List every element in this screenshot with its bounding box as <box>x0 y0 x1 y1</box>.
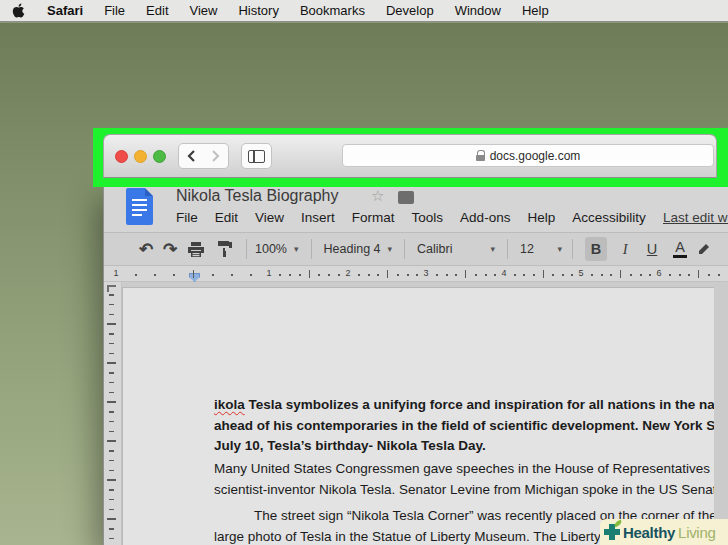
vruler-tick <box>107 518 116 520</box>
ruler-tick-minor <box>523 274 525 276</box>
ruler-tick-minor <box>231 274 233 276</box>
formatting-toolbar: ↶ ↷ 100%▾ Heading 4▾ Calibri▾ 12▾ B I U … <box>104 232 728 266</box>
ruler-tick-minor <box>397 274 399 276</box>
ruler-tick-minor <box>640 274 642 276</box>
ruler-tick-minor <box>533 274 535 276</box>
close-window-button[interactable] <box>115 150 128 163</box>
google-docs-logo-icon[interactable] <box>126 188 153 225</box>
ruler-tick-minor <box>250 274 252 276</box>
vruler-tick <box>109 411 114 413</box>
highlight-rectangle: docs.google.com <box>93 128 728 187</box>
ruler-tick-minor <box>368 274 370 276</box>
document-canvas: ikola Tesla symbolizes a unifying force … <box>104 282 728 545</box>
text-line: ahead of his contemporaries in the field… <box>214 416 714 437</box>
zoom-select[interactable]: 100%▾ <box>255 237 299 261</box>
ruler-tick-minor <box>289 274 291 276</box>
menu-item-develop[interactable]: Develop <box>386 3 434 18</box>
vruler-tick <box>109 421 114 423</box>
docs-menu-edit[interactable]: Edit <box>215 210 238 225</box>
document-title[interactable]: Nikola Tesla Biography <box>176 187 338 205</box>
vruler-tick <box>109 460 114 462</box>
ruler-tick-minor <box>154 274 156 276</box>
vruler-tick <box>109 343 114 345</box>
vruler-tick <box>109 528 114 530</box>
lock-icon <box>476 150 485 161</box>
misspelled-word: ikola <box>214 397 245 412</box>
menu-item-help[interactable]: Help <box>522 3 549 18</box>
italic-button[interactable]: I <box>616 237 634 261</box>
highlight-color-button[interactable] <box>697 237 711 261</box>
docs-menu-insert[interactable]: Insert <box>301 210 335 225</box>
url-text: docs.google.com <box>490 149 581 163</box>
redo-button[interactable]: ↷ <box>158 237 182 261</box>
zoom-window-button[interactable] <box>153 150 166 163</box>
docs-menu-format[interactable]: Format <box>352 210 395 225</box>
underline-button[interactable]: U <box>643 237 661 261</box>
menu-item-window[interactable]: Window <box>455 3 501 18</box>
paint-format-button[interactable] <box>210 237 240 261</box>
print-button[interactable] <box>182 237 210 261</box>
paragraph-style-select[interactable]: Heading 4▾ <box>324 237 393 261</box>
docs-menu-help[interactable]: Help <box>527 210 555 225</box>
ruler-number: 1 <box>266 268 271 278</box>
vruler-tick <box>109 314 114 316</box>
docs-menu-file[interactable]: File <box>176 210 198 225</box>
text-line: scientist-inventor Nikola Tesla. Senator… <box>214 480 714 501</box>
indent-marker[interactable] <box>189 273 200 282</box>
ruler-tick-minor <box>571 274 573 276</box>
undo-button[interactable]: ↶ <box>134 237 158 261</box>
ruler-tick-minor <box>407 274 409 276</box>
back-button[interactable] <box>178 143 204 169</box>
ruler-tick-minor <box>455 274 457 276</box>
font-select[interactable]: Calibri▾ <box>417 237 495 261</box>
ruler-number: 2 <box>345 268 350 278</box>
vruler-tick <box>109 489 114 491</box>
ruler-tick-minor <box>562 274 564 276</box>
forward-button[interactable] <box>203 143 229 169</box>
ruler-tick-minor <box>552 274 554 276</box>
ruler-tick-minor <box>514 274 516 276</box>
vruler-tick <box>109 450 114 452</box>
docs-menu-addons[interactable]: Add-ons <box>460 210 510 225</box>
apple-menu-icon[interactable] <box>12 3 26 18</box>
font-size-select[interactable]: 12▾ <box>520 237 562 261</box>
star-document-icon[interactable]: ☆ <box>371 187 384 205</box>
docs-menu-view[interactable]: View <box>255 210 284 225</box>
macos-menu-bar: Safari FileEditViewHistoryBookmarksDevel… <box>0 0 728 22</box>
text-color-button[interactable]: A <box>670 237 690 261</box>
ruler-tick-major <box>465 270 466 278</box>
menu-item-view[interactable]: View <box>190 3 218 18</box>
last-edit-link[interactable]: Last edit wa <box>663 210 728 225</box>
vruler-tick <box>107 401 116 403</box>
menu-item-history[interactable]: History <box>238 3 278 18</box>
vruler-tick <box>109 499 114 501</box>
ruler-tick-major <box>387 270 388 278</box>
minimize-window-button[interactable] <box>134 150 147 163</box>
menu-app-name[interactable]: Safari <box>47 3 83 18</box>
ruler-tick-major <box>543 270 544 278</box>
ruler-tick-minor <box>485 274 487 276</box>
menu-item-bookmarks[interactable]: Bookmarks <box>300 3 365 18</box>
ruler-tick-minor <box>446 274 448 276</box>
ruler-tick-minor <box>279 274 281 276</box>
ruler-tick-minor <box>135 274 137 276</box>
vruler-tick <box>109 353 114 355</box>
vruler-tick <box>109 333 114 335</box>
menu-item-file[interactable]: File <box>104 3 125 18</box>
menu-item-edit[interactable]: Edit <box>146 3 168 18</box>
move-to-folder-icon[interactable] <box>398 191 414 204</box>
sidebar-icon <box>248 150 265 163</box>
address-bar[interactable]: docs.google.com <box>342 144 714 167</box>
vruler-tick <box>109 382 114 384</box>
vruler-tick <box>109 392 114 394</box>
vruler-tick <box>109 538 114 540</box>
sidebar-toggle-button[interactable] <box>241 143 272 169</box>
bold-button[interactable]: B <box>585 237 607 261</box>
vruler-tick <box>109 294 114 296</box>
horizontal-ruler: 1123456 <box>104 266 728 282</box>
ruler-tick-minor <box>338 274 340 276</box>
docs-menu-accessibility[interactable]: Accessibility <box>572 210 646 225</box>
ruler-number: 4 <box>501 268 506 278</box>
docs-menu-tools[interactable]: Tools <box>412 210 444 225</box>
document-page[interactable]: ikola Tesla symbolizes a unifying force … <box>122 287 714 545</box>
